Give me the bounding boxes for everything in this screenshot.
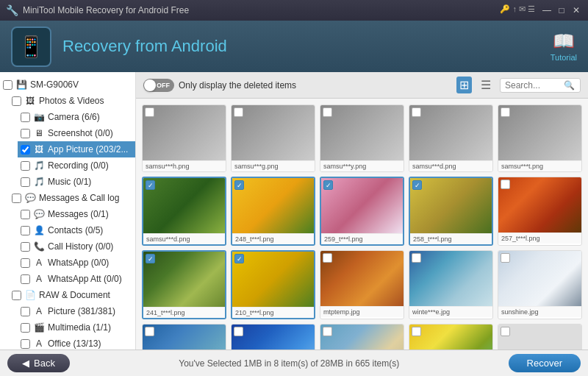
titlebar: 🔧 MiniTool Mobile Recovery for Android F… [0, 0, 588, 21]
grid-checkbox[interactable] [145, 107, 154, 117]
grid-checkbox[interactable] [501, 253, 510, 263]
camera-checkbox[interactable] [21, 113, 30, 122]
grid-checkbox[interactable] [412, 327, 421, 336]
messages-icon: 💬 [33, 208, 45, 220]
grid-item[interactable]: samsu***h.png [142, 104, 226, 172]
grid-label: 210_t***l.png [232, 307, 314, 318]
screenshot-checkbox[interactable] [21, 129, 30, 138]
sidebar-item-screenshot[interactable]: 🖥 Screenshot (0/0) [18, 125, 135, 141]
grid-item[interactable]: ✓ 258_t***l.png [409, 177, 493, 246]
sidebar-item-app-picture[interactable]: 🖼 App Picture (203/2... [18, 141, 135, 157]
grid-item[interactable]: samsu***g.png [231, 104, 315, 172]
grid-checkbox[interactable] [145, 327, 154, 336]
grid-checkbox[interactable] [234, 327, 243, 336]
grid-item[interactable] [320, 324, 404, 350]
grid-thumbnail [498, 177, 581, 233]
search-input[interactable] [505, 80, 564, 91]
photos-checkbox[interactable] [12, 96, 21, 106]
multimedia-label: Multimedia (1/1) [48, 322, 129, 333]
close-button[interactable]: ✕ [570, 4, 582, 16]
whatsapp-icon: A [33, 257, 45, 269]
grid-thumbnail [321, 178, 403, 233]
recover-button[interactable]: Recover [509, 354, 581, 372]
grid-item[interactable]: ✓ 248_t***l.png [231, 177, 315, 246]
multimedia-checkbox[interactable] [21, 323, 30, 333]
music-checkbox[interactable] [21, 177, 30, 187]
minimize-button[interactable]: — [541, 4, 553, 16]
call-history-icon: 📞 [33, 241, 45, 252]
grid-checkbox[interactable] [501, 327, 510, 336]
sidebar-item-messages-call[interactable]: 💬 Messages & Call log [9, 190, 135, 206]
sidebar-item-office[interactable]: A Office (13/13) [18, 336, 135, 350]
grid-thumbnail [143, 178, 225, 233]
device-checkbox[interactable] [3, 80, 12, 90]
sidebar-item-messages[interactable]: 💬 Messages (0/1) [18, 206, 135, 222]
app-picture-checkbox[interactable] [21, 145, 30, 155]
grid-item[interactable] [498, 324, 582, 350]
grid-checkbox[interactable] [501, 180, 510, 189]
sidebar-item-picture[interactable]: A Picture (381/381) [18, 303, 135, 319]
grid-checkbox[interactable] [323, 107, 332, 117]
grid-thumbnail [232, 105, 315, 160]
grid-checkbox[interactable] [412, 107, 421, 117]
grid-checkbox[interactable]: ✓ [146, 180, 155, 190]
sidebar-device[interactable]: 💾 SM-G9006V [0, 77, 135, 93]
office-checkbox[interactable] [21, 339, 30, 349]
grid-item[interactable]: mtptemp.jpg [320, 250, 404, 319]
sidebar-item-camera[interactable]: 📷 Camera (6/6) [18, 109, 135, 125]
grid-checkbox[interactable]: ✓ [323, 180, 333, 190]
grid-checkbox[interactable]: ✓ [412, 180, 422, 190]
sidebar-item-photos-videos[interactable]: 🖼 Photos & Videos [9, 93, 135, 109]
grid-checkbox[interactable]: ✓ [146, 254, 155, 263]
grid-item[interactable] [231, 324, 315, 350]
grid-checkbox[interactable]: ✓ [234, 254, 244, 263]
grid-item[interactable]: ✓ 259_t***l.png [320, 177, 404, 246]
whatsapp-checkbox[interactable] [21, 258, 30, 268]
grid-item[interactable] [409, 324, 493, 350]
call-history-checkbox[interactable] [21, 242, 30, 252]
grid-view-button[interactable]: ⊞ [456, 77, 472, 93]
list-view-button[interactable]: ☰ [478, 77, 494, 93]
sidebar-item-raw-document[interactable]: 📄 RAW & Document [9, 287, 135, 303]
grid-checkbox[interactable]: ✓ [234, 180, 244, 190]
grid-thumbnail [232, 324, 315, 350]
sidebar-item-call-history[interactable]: 📞 Call History (0/0) [18, 238, 135, 255]
grid-item[interactable] [142, 324, 226, 350]
grid-item[interactable]: ✓ 241_t***l.png [142, 250, 226, 319]
sidebar-item-contacts[interactable]: 👤 Contacts (0/5) [18, 222, 135, 238]
maximize-button[interactable]: □ [556, 4, 567, 16]
sidebar-item-music[interactable]: 🎵 Music (0/1) [18, 174, 135, 190]
toggle-track[interactable]: OFF [143, 79, 174, 92]
whatsapp-att-checkbox[interactable] [21, 274, 30, 284]
grid-checkbox[interactable] [412, 253, 421, 263]
messages-call-checkbox[interactable] [12, 194, 21, 203]
recording-checkbox[interactable] [21, 161, 30, 171]
music-label: Music (0/1) [48, 177, 129, 187]
grid-item[interactable]: samsu***t.png [498, 104, 582, 172]
grid-item[interactable]: ✓ samsu***d.png [142, 177, 226, 246]
sidebar-item-whatsapp[interactable]: A WhatsApp (0/0) [18, 255, 135, 271]
grid-item[interactable]: 257_t***l.png [498, 177, 582, 246]
grid-item[interactable]: sunshine.jpg [498, 250, 582, 319]
contacts-checkbox[interactable] [21, 226, 30, 235]
grid-checkbox[interactable] [234, 107, 243, 117]
messages-checkbox[interactable] [21, 210, 30, 219]
grid-checkbox[interactable] [323, 253, 332, 263]
grid-checkbox[interactable] [501, 107, 510, 117]
sidebar-item-multimedia[interactable]: 🎬 Multimedia (1/1) [18, 319, 135, 336]
grid-item[interactable]: ✓ 210_t***l.png [231, 250, 315, 319]
sidebar-item-recording[interactable]: 🎵 Recording (0/0) [18, 157, 135, 174]
camera-label: Camera (6/6) [48, 112, 129, 122]
grid-item[interactable]: winte***e.jpg [409, 250, 493, 319]
sidebar-item-whatsapp-att[interactable]: A WhatsApp Att (0/0) [18, 271, 135, 287]
grid-thumbnail [409, 105, 492, 160]
back-arrow-icon: ◀ [22, 358, 29, 369]
raw-doc-checkbox[interactable] [12, 291, 21, 300]
grid-checkbox[interactable] [323, 327, 332, 336]
tutorial-button[interactable]: 📖 Tutorial [551, 31, 577, 62]
toggle-switch[interactable]: OFF Only display the deleted items [143, 79, 296, 92]
back-button[interactable]: ◀ Back [7, 354, 70, 372]
grid-item[interactable]: samsu***d.png [409, 104, 493, 172]
grid-item[interactable]: samsu***y.png [320, 104, 404, 172]
picture-checkbox[interactable] [21, 307, 30, 316]
